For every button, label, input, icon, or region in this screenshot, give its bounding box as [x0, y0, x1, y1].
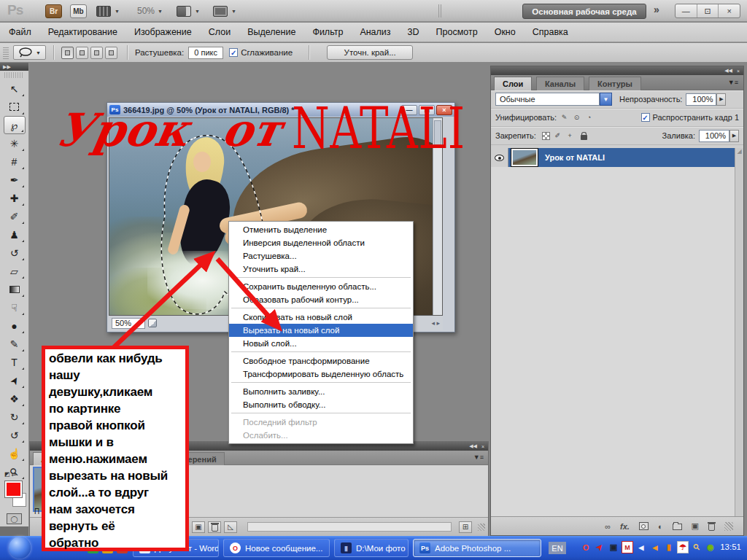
path-selection-tool[interactable]: ➤: [4, 371, 26, 389]
menu-item-free-transform[interactable]: Свободное трансформирование: [229, 354, 413, 368]
menu-image[interactable]: Изображение: [134, 27, 192, 37]
document-titlebar[interactable]: Ps 366419.jpg @ 50% (Урок от NATALI, RGB…: [107, 103, 454, 117]
monitor-tray-icon[interactable]: ▣: [608, 541, 619, 553]
pen-tool[interactable]: ✎: [4, 335, 26, 353]
menu-item-layer-via-copy[interactable]: Скопировать на новый слой: [229, 311, 413, 324]
tab-paths[interactable]: Контуры: [589, 77, 641, 90]
new-group-icon[interactable]: [673, 524, 682, 530]
minimize-button[interactable]: —: [676, 4, 697, 18]
tab-channels[interactable]: Каналы: [536, 77, 584, 90]
new-layer-icon[interactable]: ▣: [692, 521, 699, 531]
gradient-tool[interactable]: [4, 280, 26, 298]
tools-panel-collapse[interactable]: ▶▶: [0, 63, 28, 71]
tween-button[interactable]: ◺: [224, 521, 237, 533]
menu-item-new-layer[interactable]: Новый слой...: [229, 337, 413, 350]
collapse-icon[interactable]: ◀◀: [724, 68, 732, 74]
nvidia-tray-icon[interactable]: ◉: [705, 541, 716, 553]
menu-view[interactable]: Просмотр: [436, 27, 478, 37]
frames-scrollbar[interactable]: [247, 522, 452, 532]
menu-item-stroke[interactable]: Выполнить обводку...: [229, 398, 413, 411]
restore-button[interactable]: ⊡: [697, 4, 719, 18]
chevron-down-icon[interactable]: ▼: [231, 9, 236, 14]
vertical-scrollbar[interactable]: [433, 118, 442, 315]
menu-item-transform-selection[interactable]: Трансформировать выделенную область: [229, 368, 413, 381]
blend-mode-select[interactable]: Обычные ▼: [495, 93, 612, 106]
opera-tray-icon[interactable]: O: [580, 541, 592, 553]
lasso-tool-preset[interactable]: ▼: [13, 45, 46, 60]
lock-all-icon[interactable]: [581, 135, 587, 140]
delete-frame-button[interactable]: [208, 521, 221, 533]
doc-close-button[interactable]: ×: [436, 105, 452, 115]
marquee-tool[interactable]: [4, 98, 26, 116]
menu-item-deselect[interactable]: Отменить выделение: [229, 223, 413, 236]
loop-option-label[interactable]: П: [34, 508, 39, 516]
fill-input[interactable]: 100%: [699, 130, 729, 142]
close-button[interactable]: ×: [719, 4, 740, 18]
type-tool[interactable]: T: [4, 353, 26, 371]
menu-layers[interactable]: Слои: [209, 27, 231, 37]
feather-input[interactable]: 0 пикс: [188, 47, 223, 59]
arrange-documents-icon[interactable]: [177, 6, 191, 17]
chevron-down-icon[interactable]: ▼: [195, 9, 200, 14]
menu-item-fill[interactable]: Выполнить заливку...: [229, 385, 413, 398]
unify-position-icon[interactable]: ✎: [560, 113, 569, 122]
collapse-icon[interactable]: ◀◀: [469, 443, 477, 449]
screen-mode-icon[interactable]: [213, 6, 228, 17]
menu-item-feather[interactable]: Растушевка...: [229, 249, 413, 262]
fill-slider-button[interactable]: ▶: [729, 130, 739, 142]
visibility-cell[interactable]: [491, 148, 508, 167]
default-colors-icon[interactable]: ◩ ⇄: [4, 471, 23, 480]
tab-layers[interactable]: Слои: [494, 77, 532, 90]
lock-transparency-icon[interactable]: [542, 132, 550, 140]
lasso-tool[interactable]: ℘: [4, 116, 26, 134]
lock-pixels-icon[interactable]: ✐: [553, 131, 562, 141]
panel-menu-icon[interactable]: ▼≡: [473, 454, 484, 461]
selection-subtract-button[interactable]: [90, 47, 103, 59]
pointer-tray-icon[interactable]: ➤: [591, 539, 608, 556]
volume-tray-icon[interactable]: ◀: [635, 541, 647, 553]
crop-tool[interactable]: #: [4, 152, 26, 171]
layer-name[interactable]: Урок от NATALI: [545, 153, 605, 162]
menu-item-refine-edge[interactable]: Уточнить край...: [229, 262, 413, 276]
panel-menu-icon[interactable]: ▼≡: [728, 79, 738, 86]
horn-tray-icon[interactable]: ◀: [649, 541, 661, 553]
3d-orbit-tool[interactable]: ↺: [4, 426, 26, 444]
opacity-input[interactable]: 100%: [686, 93, 716, 106]
unify-visibility-icon[interactable]: ⊙: [572, 113, 581, 122]
propagate-checkbox[interactable]: ✓: [641, 113, 650, 122]
start-button[interactable]: [9, 537, 31, 559]
view-extras-icon[interactable]: [96, 6, 111, 17]
quick-selection-tool[interactable]: ✳: [4, 134, 26, 152]
lock-position-icon[interactable]: +: [565, 131, 575, 141]
taskbar-clock[interactable]: 13:51: [720, 542, 741, 551]
antialias-checkbox[interactable]: ✓: [229, 48, 238, 57]
quick-mask-button[interactable]: ◯: [7, 513, 22, 524]
adjustment-layer-icon[interactable]: ◐: [658, 522, 663, 531]
menu-window[interactable]: Окно: [495, 27, 516, 37]
status-zoom-input[interactable]: 50%: [112, 318, 145, 329]
healing-brush-tool[interactable]: ✚: [4, 189, 26, 207]
status-scroll-arrows[interactable]: ◂ ▸: [431, 319, 440, 327]
taskbar-button-photos-folder[interactable]: ▮ D:\Мои фото: [334, 539, 409, 557]
opacity-slider-button[interactable]: ▶: [716, 93, 726, 106]
chevron-down-icon[interactable]: ▼: [115, 9, 120, 14]
clone-stamp-tool[interactable]: ♟: [4, 225, 26, 244]
new-frame-button[interactable]: ▣: [192, 521, 205, 533]
menu-filter[interactable]: Фильтр: [312, 27, 343, 37]
menu-analysis[interactable]: Анализ: [360, 27, 390, 37]
menu-help[interactable]: Справка: [533, 27, 568, 37]
radio-tray-icon[interactable]: ▮: [663, 541, 675, 553]
chevron-down-icon[interactable]: ▼: [158, 9, 163, 14]
eyedropper-tool[interactable]: ✒: [4, 171, 26, 189]
smudge-tool[interactable]: ☟: [4, 298, 26, 316]
menu-select[interactable]: Выделение: [247, 27, 295, 37]
avira-tray-icon[interactable]: ☂: [677, 541, 689, 553]
move-tool[interactable]: ↖: [4, 79, 26, 98]
convert-timeline-button[interactable]: ⊞: [459, 521, 472, 533]
workspace-button[interactable]: Основная рабочая среда: [522, 4, 646, 19]
menu-file[interactable]: Файл: [9, 27, 31, 37]
selection-add-button[interactable]: [76, 47, 88, 59]
layer-thumbnail[interactable]: [511, 149, 538, 166]
layer-row-selected[interactable]: Урок от NATALI: [491, 148, 743, 167]
selection-new-button[interactable]: [61, 47, 74, 59]
